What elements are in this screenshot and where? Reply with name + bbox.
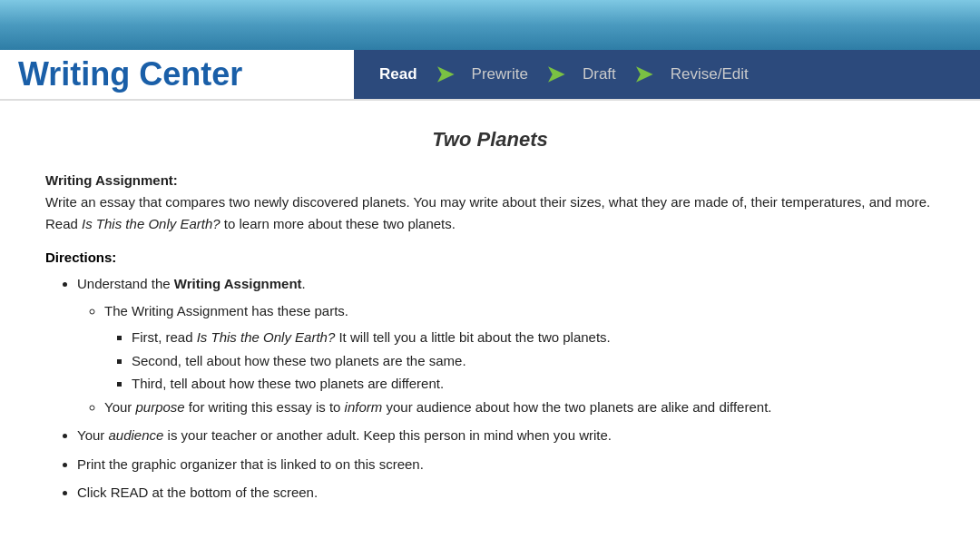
directions-label: Directions: [45, 250, 935, 265]
bullet2-suffix: is your teacher or another adult. Keep t… [163, 427, 612, 443]
sub2-suffix: your audience about how the two planets … [382, 399, 771, 415]
sub2-italic2: inform [345, 399, 383, 415]
nav-bar: Read ➤ Prewrite ➤ Draft ➤ Revise/Edit [354, 50, 980, 99]
app-title: Writing Center [18, 55, 242, 93]
assignment-book-title: Is This the Only Earth? [82, 216, 220, 231]
bullet2-italic: audience [108, 427, 163, 443]
sub-list-1: The Writing Assignment has these parts. … [77, 299, 935, 419]
list-item-1: Understand the Writing Assignment. The W… [77, 272, 935, 418]
tab-read[interactable]: Read [363, 50, 434, 99]
header: Writing Center Read ➤ Prewrite ➤ Draft ➤… [0, 50, 980, 101]
sub-item-2: Your purpose for writing this essay is t… [104, 396, 935, 419]
directions-list: Understand the Writing Assignment. The W… [45, 272, 935, 504]
tab-revise-edit[interactable]: Revise/Edit [654, 50, 765, 99]
sub2-mid: for writing this essay is to [185, 399, 345, 415]
sub-sub-item-3: Third, tell about how these two planets … [132, 372, 935, 396]
bullet1-bold: Writing Assignment [174, 276, 302, 291]
header-title-area: Writing Center [0, 50, 354, 99]
subsub1-italic: Is This the Only Earth? [197, 329, 336, 345]
page-title: Two Planets [45, 128, 935, 152]
bullet1-text: Understand the [77, 276, 174, 291]
sub-sub-list-1: First, read Is This the Only Earth? It w… [104, 326, 935, 396]
sub2-prefix: Your [104, 399, 135, 415]
subsub1-prefix: First, read [132, 329, 197, 345]
top-banner [0, 0, 980, 50]
writing-assignment-section: Writing Assignment: Write an essay that … [45, 170, 935, 235]
main-content: Two Planets Writing Assignment: Write an… [0, 101, 980, 528]
tab-draft[interactable]: Draft [566, 50, 632, 99]
sub2-italic1: purpose [135, 399, 184, 415]
tab-prewrite[interactable]: Prewrite [456, 50, 544, 99]
arrow-icon-2: ➤ [546, 62, 564, 87]
arrow-icon-1: ➤ [436, 62, 454, 87]
assignment-label: Writing Assignment: [45, 172, 178, 188]
subsub1-suffix: It will tell you a little bit about the … [335, 329, 611, 345]
bullet2-prefix: Your [77, 427, 108, 443]
bullet1-end: . [302, 276, 306, 291]
sub-item-1: The Writing Assignment has these parts. [104, 299, 935, 323]
list-item-3: Print the graphic organizer that is link… [77, 453, 935, 476]
list-item-2: Your audience is your teacher or another… [77, 424, 935, 447]
sub-sub-item-1: First, read Is This the Only Earth? It w… [132, 326, 935, 349]
arrow-icon-3: ➤ [634, 62, 652, 87]
sub-sub-item-2: Second, tell about how these two planets… [132, 349, 935, 373]
list-item-4: Click READ at the bottom of the screen. [77, 481, 935, 504]
assignment-text2: to learn more about these two planets. [220, 216, 456, 231]
